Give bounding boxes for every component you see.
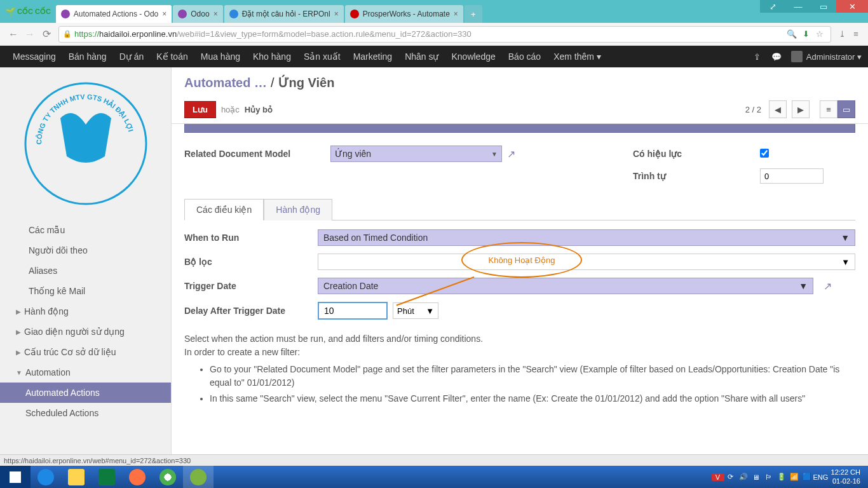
view-form-icon[interactable]: ▭ xyxy=(837,100,855,118)
menu-xemthem[interactable]: Xem thêm ▾ xyxy=(547,46,607,67)
download-icon[interactable]: ⤓ xyxy=(835,29,849,39)
taskbar-ie[interactable] xyxy=(31,466,61,488)
browser-tabs: Automated Actions - Odo× Odoo× Đặt một c… xyxy=(56,5,868,23)
avatar xyxy=(791,51,803,62)
browser-tab-2[interactable]: Odoo× xyxy=(173,5,222,23)
tray-wifi-icon[interactable]: 📶 xyxy=(788,473,801,481)
search-icon[interactable]: 🔍 xyxy=(785,29,799,39)
close-icon[interactable]: × xyxy=(454,10,458,18)
when-to-run-label: When to Run xyxy=(184,233,311,243)
active-label: Có hiệu lực xyxy=(633,149,747,159)
menu-icon[interactable]: ≡ xyxy=(849,29,863,39)
tab-conditions[interactable]: Các điều kiện xyxy=(184,199,264,220)
url-input[interactable]: 🔒 https://haidailoi.erponline.vn/web#id=… xyxy=(58,26,831,43)
menu-knowledge[interactable]: Knowledge xyxy=(445,46,501,67)
delay-value-input[interactable] xyxy=(318,302,388,320)
sidebar-item-aliases[interactable]: Aliases xyxy=(0,261,171,281)
breadcrumb-parent[interactable]: Automated … xyxy=(184,76,267,90)
taskbar-coccoc[interactable] xyxy=(183,466,214,488)
when-to-run-select[interactable]: Based on Timed Condition▼ xyxy=(318,229,855,246)
menu-messaging[interactable]: Messaging xyxy=(6,46,62,67)
browser-tab-3[interactable]: Đặt một câu hỏi - ERPOnl× xyxy=(224,5,344,23)
content-area: Automated … / Ứng Viên Lưu hoặc Hủy bỏ 2… xyxy=(172,67,868,466)
start-button[interactable] xyxy=(0,466,31,488)
save-button[interactable]: Lưu xyxy=(184,101,216,118)
help-text: Select when the action must be run, and … xyxy=(184,329,855,412)
related-model-select[interactable]: Ứng viên▼ xyxy=(330,146,502,162)
taskbar-explorer[interactable] xyxy=(61,466,92,488)
sidebar-group-hanhdong[interactable]: ▶Hành động xyxy=(0,301,171,322)
tray-bt-icon[interactable]: 🟦 xyxy=(801,473,813,481)
form-tabs: Các điều kiện Hành động xyxy=(184,199,855,220)
active-checkbox[interactable] xyxy=(760,149,769,158)
chat-icon[interactable]: 💬 xyxy=(767,52,786,62)
tray-lang[interactable]: ENG xyxy=(813,473,826,481)
sidebar-group-automation[interactable]: ▼Automation xyxy=(0,362,171,383)
view-list-icon[interactable]: ≡ xyxy=(820,100,837,118)
minimize-icon[interactable]: — xyxy=(785,0,811,13)
browser-status-bar: https://haidailoi.erponline.vn/web#menu_… xyxy=(0,454,868,466)
bookmark-icon[interactable]: ☆ xyxy=(813,29,827,39)
taskbar-clock[interactable]: 12:22 CH 01-02-16 xyxy=(826,468,865,485)
menu-khohang[interactable]: Kho hàng xyxy=(247,46,297,67)
sidebar-group-giaodien[interactable]: ▶Giao diện người sử dụng xyxy=(0,322,171,342)
window-close-icon[interactable]: ✕ xyxy=(836,0,868,13)
pager-text: 2 / 2 xyxy=(745,105,761,114)
tab-actions[interactable]: Hành động xyxy=(264,199,332,220)
tray-v-icon[interactable]: V xyxy=(712,473,724,481)
related-model-label: Related Document Model xyxy=(184,149,318,159)
sidebar-item-automated-actions[interactable]: Automated Actions xyxy=(0,383,171,403)
sidebar-group-cautruc[interactable]: ▶Cấu trúc Cơ sở dữ liệu xyxy=(0,342,171,362)
close-icon[interactable]: × xyxy=(214,10,218,18)
sidebar-item-cacmau[interactable]: Các mẫu xyxy=(0,220,171,240)
sidebar-item-scheduled-actions[interactable]: Scheduled Actions xyxy=(0,403,171,423)
menu-banhang[interactable]: Bán hàng xyxy=(62,46,113,67)
close-icon[interactable]: × xyxy=(162,10,166,18)
external-link-icon[interactable]: ↗ xyxy=(507,148,515,160)
savior-icon[interactable]: ⬇ xyxy=(799,29,813,39)
menu-muahang[interactable]: Mua hàng xyxy=(194,46,247,67)
address-bar: ← → ⟳ 🔒 https://haidailoi.erponline.vn/w… xyxy=(0,23,868,46)
pager-prev-icon[interactable]: ◀ xyxy=(769,100,787,118)
menu-duan[interactable]: Dự án xyxy=(113,46,151,67)
menu-baocao[interactable]: Báo cáo xyxy=(502,46,547,67)
filter-select[interactable]: ▼ xyxy=(318,254,855,270)
user-menu[interactable]: Administrator ▾ xyxy=(786,51,862,62)
sidebar-item-nguoidoitheo[interactable]: Người dõi theo xyxy=(0,240,171,261)
pager-next-icon[interactable]: ▶ xyxy=(792,100,810,118)
sidebar-item-thongkemail[interactable]: Thống kê Mail xyxy=(0,281,171,301)
tray-sound-icon[interactable]: 🔊 xyxy=(737,473,750,481)
or-text: hoặc xyxy=(221,105,240,114)
company-logo: CÔNG TY TNHH MTV GTS HẢI ĐẠI LỢI xyxy=(16,74,156,214)
sequence-input[interactable] xyxy=(760,168,824,184)
cancel-button[interactable]: Hủy bỏ xyxy=(245,105,273,114)
browser-tab-1[interactable]: Automated Actions - Odo× xyxy=(56,5,172,23)
menu-sanxuat[interactable]: Sản xuất xyxy=(297,46,347,67)
delay-unit-select[interactable]: Phút▼ xyxy=(393,302,438,319)
taskbar-store[interactable] xyxy=(92,466,122,488)
maximize-icon[interactable]: ▭ xyxy=(811,0,836,13)
taskbar-chrome[interactable] xyxy=(153,466,183,488)
tray-network-icon[interactable]: 🖥 xyxy=(750,473,763,481)
taskbar-firefox[interactable] xyxy=(122,466,153,488)
tray-sync-icon[interactable]: ⟳ xyxy=(724,473,737,481)
tray-battery-icon[interactable]: 🔋 xyxy=(775,473,788,481)
external-link-icon[interactable]: ↗ xyxy=(824,280,832,292)
breadcrumb: Automated … / Ứng Viên xyxy=(172,67,868,95)
menu-marketing[interactable]: Marketing xyxy=(347,46,398,67)
windows-taskbar: V ⟳ 🔊 🖥 🏳 🔋 📶 🟦 ENG 12:22 CH 01-02-16 xyxy=(0,466,868,488)
undock-icon[interactable]: ⤢ xyxy=(760,0,785,13)
share-icon[interactable]: ⇪ xyxy=(748,52,767,62)
trigger-date-label: Trigger Date xyxy=(184,281,311,291)
new-tab-button[interactable]: + xyxy=(465,5,482,23)
trigger-date-select[interactable]: Creation Date▼ xyxy=(318,278,813,294)
back-icon[interactable]: ← xyxy=(5,29,22,40)
lock-icon: 🔒 xyxy=(63,30,72,38)
menu-ketoan[interactable]: Kế toán xyxy=(150,46,194,67)
close-icon[interactable]: × xyxy=(334,10,339,18)
reload-icon[interactable]: ⟳ xyxy=(38,28,55,40)
tray-flag-icon[interactable]: 🏳 xyxy=(763,473,775,481)
menu-nhansu[interactable]: Nhân sự xyxy=(398,46,445,67)
browser-tab-4[interactable]: ProsperWorks - Automate× xyxy=(345,5,463,23)
forward-icon[interactable]: → xyxy=(22,29,38,40)
